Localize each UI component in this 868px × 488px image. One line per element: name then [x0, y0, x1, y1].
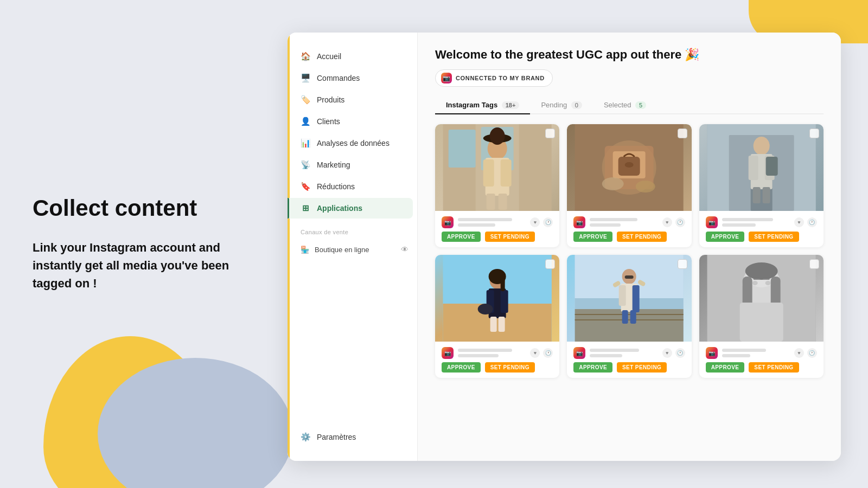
card-actions-row: APPROVE SET PENDING [442, 362, 553, 373]
clients-icon: 👤 [301, 117, 310, 126]
svg-rect-52 [633, 285, 640, 312]
svg-rect-42 [501, 278, 505, 291]
like-icon: ♥ [794, 348, 804, 358]
card-instagram-icon: 📷 [442, 216, 454, 228]
card-text-lines [458, 349, 526, 357]
set-pending-button[interactable]: SET PENDING [617, 232, 667, 242]
tab-instagram-tags[interactable]: Instagram Tags 18+ [435, 97, 530, 114]
photo-figure [435, 255, 559, 342]
image-card: 📷 ♥ 🕐 APPROVE SET PENDING [699, 255, 824, 378]
home-icon: 🏠 [301, 52, 310, 61]
card-text-lines [590, 349, 658, 357]
card-actions-row: APPROVE SET PENDING [573, 232, 685, 242]
svg-rect-57 [625, 275, 634, 279]
sidebar-item-clients[interactable]: 👤 Clients [288, 111, 413, 132]
instagram-badge-icon: 📷 [441, 73, 452, 84]
sidebar-item-applications[interactable]: ⊞ Applications [288, 198, 413, 219]
svg-point-18 [602, 177, 624, 190]
card-ig-row: 📷 ♥ 🕐 [706, 347, 817, 359]
svg-point-17 [625, 162, 634, 168]
tabs-row: Instagram Tags 18+ Pending 0 Selected 5 [435, 97, 824, 114]
card-text-line [590, 218, 637, 221]
analytics-icon: 📊 [301, 138, 310, 148]
card-instagram-icon: 📷 [573, 347, 585, 359]
card-text-line [722, 223, 756, 227]
app-window: 🏠 Accueil 🖥️ Commandes 🏷️ Produits 👤 Cli… [288, 33, 841, 461]
sidebar-item-parametres[interactable]: ⚙️ Paramètres [288, 427, 413, 447]
orders-icon: 🖥️ [301, 73, 310, 83]
applications-icon: ⊞ [301, 203, 310, 213]
approve-button[interactable]: APPROVE [573, 232, 612, 242]
card-meta-icons: ♥ 🕐 [530, 217, 553, 227]
sidebar-item-boutique[interactable]: 🏪 Boutique en ligne 👁 [288, 240, 417, 259]
sidebar-item-label: Applications [317, 204, 362, 213]
sidebar-item-reductions[interactable]: 🔖 Réductions [288, 176, 413, 197]
svg-point-40 [478, 304, 493, 314]
card-actions-row: APPROVE SET PENDING [706, 362, 817, 373]
image-card: 📷 ♥ 🕐 APPROVE SET PENDING [435, 255, 559, 378]
sidebar: 🏠 Accueil 🖥️ Commandes 🏷️ Produits 👤 Cli… [288, 33, 418, 461]
sidebar-item-produits[interactable]: 🏷️ Produits [288, 89, 413, 110]
card-ig-row: 📷 ♥ 🕐 [442, 347, 553, 359]
approve-button[interactable]: APPROVE [706, 362, 745, 373]
card-ig-row: 📷 ♥ 🕐 [706, 216, 817, 228]
sidebar-item-label: Réductions [317, 182, 355, 191]
set-pending-button[interactable]: SET PENDING [485, 232, 535, 242]
boutique-icon: 🏪 [301, 246, 309, 254]
card-checkbox[interactable] [809, 129, 819, 138]
sidebar-section-label: Canaux de vente [288, 219, 417, 240]
tab-pending[interactable]: Pending 0 [530, 97, 592, 114]
approve-button[interactable]: APPROVE [706, 232, 745, 242]
card-photo [435, 124, 559, 211]
connected-badge: 📷 CONNECTED TO MY BRAND [435, 69, 553, 87]
card-checkbox[interactable] [545, 259, 555, 269]
card-ig-row: 📷 ♥ 🕐 [442, 216, 553, 228]
sidebar-item-label: Produits [317, 95, 344, 104]
sidebar-item-label: Analyses de données [317, 139, 390, 147]
card-meta-icons: ♥ 🕐 [794, 217, 817, 227]
like-icon: ♥ [530, 348, 540, 358]
set-pending-button[interactable]: SET PENDING [749, 232, 799, 242]
svg-rect-39 [499, 317, 505, 332]
clock-icon: 🕐 [675, 217, 685, 227]
card-checkbox[interactable] [678, 259, 687, 269]
card-text-line [458, 354, 499, 357]
clock-icon: 🕐 [807, 217, 817, 227]
card-photo [699, 255, 824, 342]
card-text-line [458, 349, 512, 352]
set-pending-button[interactable]: SET PENDING [749, 362, 799, 373]
svg-point-66 [765, 281, 770, 285]
card-checkbox[interactable] [809, 259, 819, 269]
sidebar-item-commandes[interactable]: 🖥️ Commandes [288, 68, 413, 88]
card-text-line [590, 223, 620, 227]
card-ig-row: 📷 ♥ 🕐 [573, 216, 685, 228]
sidebar-item-analyses[interactable]: 📊 Analyses de données [288, 133, 413, 153]
tab-selected[interactable]: Selected 5 [593, 97, 657, 114]
svg-rect-69 [739, 303, 783, 342]
approve-button[interactable]: APPROVE [442, 232, 481, 242]
card-checkbox[interactable] [545, 129, 555, 138]
approve-button[interactable]: APPROVE [573, 362, 612, 373]
card-info: 📷 ♥ 🕐 APPROVE SET PENDING [699, 342, 824, 378]
card-info: 📷 ♥ 🕐 APPROVE SET PENDING [567, 342, 691, 378]
sidebar-item-accueil[interactable]: 🏠 Accueil [288, 46, 413, 67]
settings-icon: ⚙️ [301, 432, 310, 442]
image-card: 📷 ♥ 🕐 APPROVE SET PENDING [567, 124, 691, 247]
like-icon: ♥ [530, 217, 540, 227]
sidebar-item-marketing[interactable]: 📡 Marketing [288, 155, 413, 175]
left-body: Link your Instagram account and instantl… [33, 239, 250, 292]
photo-figure [699, 255, 824, 342]
set-pending-button[interactable]: SET PENDING [485, 362, 535, 373]
clock-icon: 🕐 [675, 348, 685, 358]
image-card: 📷 ♥ 🕐 APPROVE SET PENDING [699, 124, 824, 247]
image-card: 📷 ♥ 🕐 APPROVE SET PENDING [435, 124, 559, 247]
image-card: 📷 ♥ 🕐 APPROVE SET PENDING [567, 255, 691, 378]
sidebar-bottom: ⚙️ Paramètres [288, 426, 417, 448]
approve-button[interactable]: APPROVE [442, 362, 481, 373]
card-checkbox[interactable] [678, 129, 687, 138]
set-pending-button[interactable]: SET PENDING [617, 362, 667, 373]
marketing-icon: 📡 [301, 160, 310, 170]
card-text-line [590, 354, 622, 357]
products-icon: 🏷️ [301, 95, 310, 105]
card-text-line [590, 349, 639, 352]
